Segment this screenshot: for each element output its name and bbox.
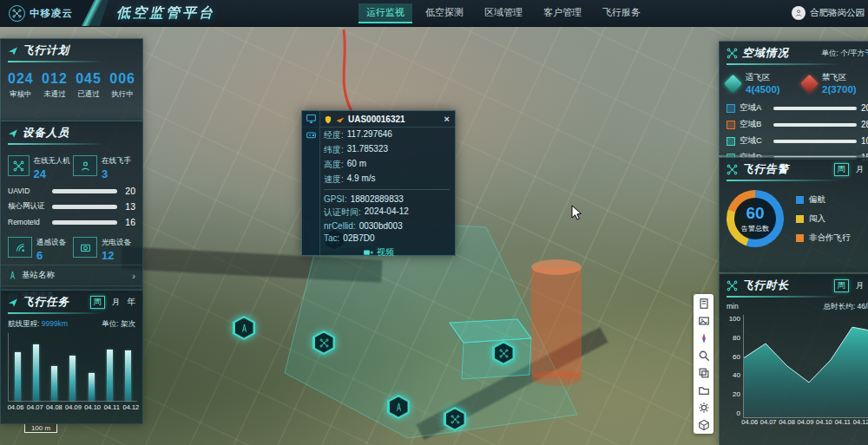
model-cube-icon[interactable] <box>697 418 710 431</box>
tab-week[interactable]: 周 <box>90 296 106 309</box>
panel-title: 飞行告警 <box>742 162 789 177</box>
panel-title: 设备人员 <box>23 126 69 141</box>
mileage-text: 航线里程: 9999km <box>8 319 68 330</box>
unit-text: 单位: 架次 <box>102 319 135 330</box>
logo-icon <box>9 5 25 22</box>
map-scale-label: 100 m <box>24 424 57 433</box>
fly-zone-badge: 适飞区 4(4500) <box>727 72 803 95</box>
uavid-bar: UAVID 20 <box>1 183 142 199</box>
zone-c-icon <box>727 137 735 146</box>
legend-swatch <box>796 215 804 223</box>
tab-week[interactable]: 周 <box>834 163 850 176</box>
progress-track <box>52 220 117 225</box>
legend-swatch <box>796 234 804 242</box>
optical-devices-card: 光电设备 12 <box>73 232 135 262</box>
core-auth-bar: 核心网认证 13 <box>1 199 142 214</box>
device-marker[interactable] <box>387 395 410 419</box>
device-marker[interactable] <box>492 341 515 365</box>
stat-label: 审核中 <box>8 89 34 100</box>
tab-month[interactable]: 月 <box>856 280 865 291</box>
zone-a-icon <box>727 104 735 113</box>
bar-value: 16 <box>122 217 135 227</box>
main-nav: 运行监视 低空探测 区域管理 客户管理 飞行服务 <box>358 3 648 23</box>
progress-track <box>52 189 117 193</box>
wing-icon <box>336 115 345 124</box>
zone-b-icon <box>727 121 735 129</box>
folder-icon[interactable] <box>697 383 710 396</box>
duration-yticks: 100806040200 <box>725 315 743 417</box>
base-station-link[interactable]: 基站名称 › <box>1 265 142 285</box>
zoom-search-icon[interactable] <box>697 349 710 362</box>
stat-value: 012 <box>42 71 68 87</box>
stat-label: 已通过 <box>76 89 102 100</box>
detail-row: 纬度:31.785323 <box>302 142 455 157</box>
device-marker[interactable] <box>233 316 255 340</box>
alerts-donut-chart: 60 告警总数 <box>727 190 784 247</box>
duration-chart-dates: 04.0604.0704.0804.0904.1004.1104.12 <box>740 418 868 426</box>
online-pilots-card: 在线飞手 3 <box>73 151 135 180</box>
nav-item-service[interactable]: 飞行服务 <box>595 3 648 23</box>
drone-icon <box>727 164 738 175</box>
duration-area-chart <box>743 315 868 418</box>
close-icon[interactable]: × <box>444 115 450 124</box>
stat-value: 006 <box>109 71 135 87</box>
detail-row: Tac:02B7D0 <box>302 232 455 244</box>
nav-item-region[interactable]: 区域管理 <box>477 3 530 23</box>
layers-icon[interactable] <box>697 366 710 379</box>
popup-title-bar: UAS00016321 × <box>302 111 455 128</box>
drone-detail-popup: UAS00016321 × 经度:117.297646 纬度:31.785323… <box>301 110 456 256</box>
airspace-row: 空域B 28/6 <box>720 116 868 133</box>
monitor-icon[interactable] <box>306 113 317 124</box>
card-value: 24 <box>34 167 71 180</box>
video-button[interactable]: 视频 <box>302 246 455 258</box>
tab-week[interactable]: 周 <box>834 279 850 292</box>
user-account[interactable]: 合肥骆岗公园 <box>792 6 868 20</box>
map-toolbar <box>694 294 713 434</box>
tab-month[interactable]: 月 <box>856 164 865 175</box>
nav-item-monitoring[interactable]: 运行监视 <box>358 3 412 23</box>
airspace-row: 空域A 20/3 <box>720 100 868 116</box>
brand-name: 中移凌云 <box>30 7 73 20</box>
legend-swatch <box>796 196 804 204</box>
drone-icon <box>8 155 30 176</box>
controller-icon[interactable] <box>306 129 317 141</box>
link-label: 基站名称 <box>22 270 55 281</box>
device-marker[interactable] <box>444 407 466 431</box>
flight-tasks-panel: 飞行任务 周 月 年 航线里程: 9999km 单位: 架次 04.0604.0… <box>0 290 143 424</box>
alerts-legend: 偏航 闯入 非合作飞行 <box>796 194 851 244</box>
detail-row: 高度:60 m <box>302 157 455 172</box>
card-value: 3 <box>102 167 131 180</box>
stat-label: 未通过 <box>42 89 68 100</box>
fly-zone-icon <box>724 74 742 92</box>
device-marker[interactable] <box>312 330 335 355</box>
nav-item-customer[interactable]: 客户管理 <box>536 3 589 23</box>
flight-plan-panel: 飞行计划 024审核中 012未通过 045已通过 006执行中 <box>0 38 143 121</box>
image-layer-icon[interactable] <box>697 314 710 327</box>
bar-label: UAVID <box>8 187 48 195</box>
task-chart-dates: 04.0604.0704.0804.0904.1004.1104.12 <box>6 403 141 411</box>
task-bar <box>63 333 82 401</box>
bar-value: 20 <box>122 186 135 196</box>
drone-icon <box>727 48 738 59</box>
no-fly-zone-badge: 禁飞区 2(3700) <box>803 72 868 95</box>
card-label: 光电设备 <box>102 238 131 246</box>
period-tabs: 周 月 年 <box>834 279 868 292</box>
tab-month[interactable]: 月 <box>112 297 121 308</box>
pilot-icon <box>73 155 97 176</box>
progress-track <box>52 205 117 209</box>
page-title: 低空监管平台 <box>116 4 215 23</box>
bar-value: 13 <box>122 201 135 212</box>
map-page-icon[interactable] <box>697 297 710 310</box>
stat-value: 045 <box>76 71 102 87</box>
card-value: 6 <box>36 249 66 262</box>
nav-item-detection[interactable]: 低空探测 <box>418 3 471 23</box>
alert-total: 60 <box>746 205 764 221</box>
alert-total-label: 告警总数 <box>741 224 769 233</box>
stat-label: 执行中 <box>109 89 135 100</box>
gear-icon[interactable] <box>697 401 710 414</box>
task-bar <box>119 333 137 401</box>
unit-label: 单位: 个/平方千米 <box>821 49 868 59</box>
tab-year[interactable]: 年 <box>128 297 136 308</box>
compass-icon[interactable] <box>697 331 710 344</box>
drone-icon <box>727 280 738 291</box>
